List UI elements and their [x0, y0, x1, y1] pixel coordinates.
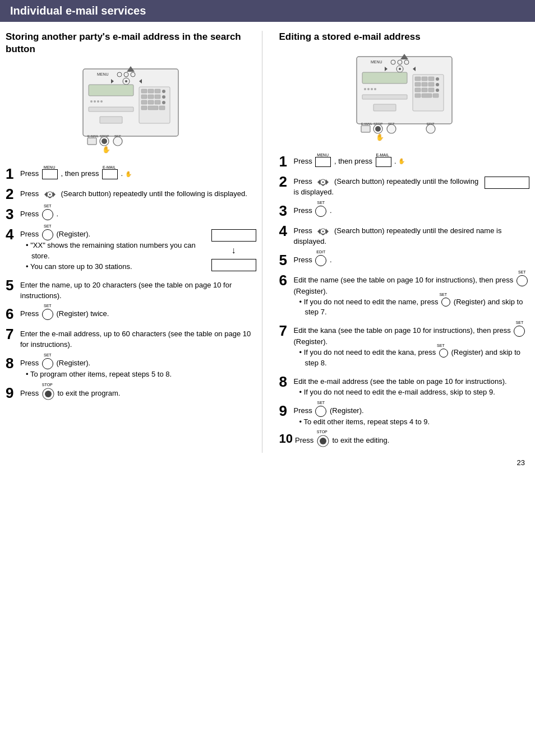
svg-rect-61 [415, 77, 421, 81]
step-5-right: 5 Press EDIT . [279, 253, 530, 267]
svg-point-40 [113, 137, 122, 146]
svg-point-29 [94, 100, 96, 103]
step-2-right: 2 Press [279, 174, 530, 198]
left-section: Storing another party's e-mail address i… [6, 31, 262, 453]
step-9-left: 9 Press STOP to exit the program. [6, 386, 256, 400]
svg-text:✋: ✋ [376, 133, 384, 141]
email-button-icon-1l: E-MAIL [102, 169, 118, 179]
svg-text:MENU: MENU [97, 72, 109, 76]
menu-button-icon-1l: MENU [42, 169, 58, 179]
svg-rect-17 [148, 95, 154, 99]
set-button-3r: SET [315, 206, 326, 217]
step-7-left: 7 Enter the e-mail address, up to 60 cha… [6, 327, 256, 350]
svg-point-77 [364, 88, 366, 90]
svg-marker-46 [48, 197, 52, 198]
svg-rect-69 [415, 88, 421, 92]
svg-point-23 [162, 101, 165, 104]
device-svg-right: MENU [345, 51, 463, 146]
set-button-7r: SET [514, 326, 525, 337]
svg-rect-14 [155, 89, 160, 93]
svg-marker-101 [326, 229, 329, 234]
svg-rect-26 [159, 106, 165, 110]
svg-marker-42 [44, 192, 47, 197]
svg-rect-13 [148, 89, 154, 93]
nav-arrows-icon-2r [315, 177, 331, 187]
svg-marker-93 [317, 179, 320, 185]
device-svg-left: MENU [72, 63, 190, 159]
svg-rect-66 [422, 82, 427, 86]
step-3-left: 3 Press SET . [6, 207, 256, 221]
svg-point-72 [436, 89, 439, 92]
set-button-3l: SET [42, 209, 53, 220]
svg-marker-97 [321, 184, 325, 186]
svg-marker-102 [321, 234, 325, 235]
svg-point-15 [162, 90, 165, 93]
svg-point-89 [387, 124, 396, 133]
step-4-left: 4 Press SET (Register). "XX" shows the r… [6, 227, 256, 272]
menu-button-icon-1r: MENU [315, 157, 331, 167]
svg-rect-33 [100, 117, 122, 123]
svg-point-79 [371, 88, 373, 90]
svg-point-91 [426, 124, 435, 133]
svg-point-31 [100, 100, 103, 103]
svg-point-38 [102, 138, 107, 144]
right-section-title: Editing a stored e-mail address [279, 31, 530, 43]
display-boxes-4l: ↓ [211, 229, 256, 271]
page-number: 23 [0, 453, 535, 472]
header-title: Individual e-mail services [10, 4, 146, 17]
step-9-right: 9 Press SET (Register). To edit other it… [279, 403, 530, 428]
device-illustration-right: MENU [279, 51, 530, 146]
svg-marker-98 [317, 229, 320, 234]
svg-rect-21 [148, 100, 154, 104]
svg-point-87 [375, 126, 381, 132]
step-1-left: 1 Press MENU , then press E-MAIL . ✋ [6, 166, 256, 181]
svg-rect-74 [422, 94, 432, 98]
svg-rect-75 [433, 94, 439, 98]
svg-point-95 [322, 181, 324, 183]
svg-rect-22 [155, 100, 160, 104]
arrow-down-4l: ↓ [232, 244, 236, 257]
device-illustration-left: MENU [6, 63, 256, 159]
display-box-2r [485, 177, 529, 189]
svg-rect-32 [89, 107, 133, 112]
set-button-6r: SET [516, 275, 528, 286]
svg-rect-76 [362, 72, 407, 84]
set-button-8l: SET [42, 358, 53, 369]
svg-rect-27 [89, 85, 133, 96]
step-1-right: 1 Press MENU , then press E-MAIL . ✋ [279, 154, 530, 169]
svg-marker-96 [326, 179, 329, 185]
svg-rect-62 [422, 77, 427, 81]
svg-point-48 [45, 391, 52, 397]
svg-point-44 [49, 193, 50, 195]
svg-point-30 [97, 100, 99, 103]
svg-point-100 [322, 230, 324, 232]
svg-rect-35 [87, 138, 96, 145]
svg-point-104 [320, 438, 326, 444]
svg-rect-25 [148, 106, 158, 110]
step-2-left: 2 Press (Search button) repeatedly until… [6, 187, 256, 201]
step-7-right: 7 Edit the kana (see the table on page 1… [279, 323, 530, 369]
set-button-7r-b: SET [439, 349, 448, 358]
set-button-9r: SET [315, 406, 326, 417]
svg-point-68 [436, 83, 439, 86]
svg-text:E-MAIL: E-MAIL [87, 134, 99, 138]
set-button-6l: SET [42, 309, 53, 320]
svg-point-19 [162, 95, 165, 99]
svg-rect-24 [141, 106, 147, 110]
edit-button-5r: EDIT [315, 255, 326, 266]
right-section: Editing a stored e-mail address MENU [274, 31, 530, 453]
set-button-4l: SET [42, 229, 53, 240]
svg-text:MENU: MENU [371, 60, 382, 64]
step-4-right: 4 Press (Search button) repeatedly until… [279, 224, 530, 247]
step-10-right: 10 Press STOP to exit the editing. [279, 433, 530, 447]
svg-rect-70 [422, 88, 427, 92]
svg-marker-45 [53, 192, 56, 197]
svg-point-80 [374, 88, 376, 90]
svg-point-28 [90, 100, 93, 103]
svg-rect-81 [362, 95, 407, 99]
svg-rect-84 [361, 126, 370, 132]
nav-arrows-icon-2l [42, 189, 58, 200]
svg-point-78 [367, 88, 370, 90]
svg-point-9 [125, 80, 127, 82]
stop-button-9l: STOP [42, 388, 54, 400]
